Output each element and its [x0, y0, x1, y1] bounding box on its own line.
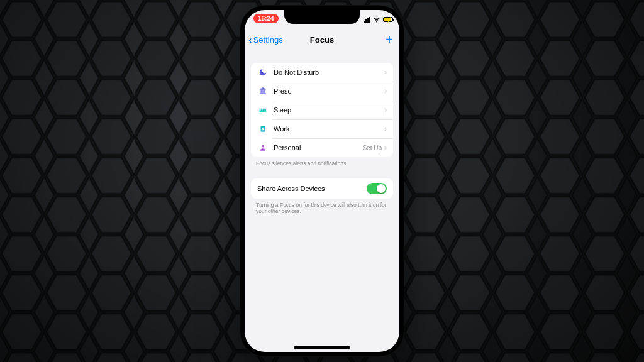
back-label: Settings	[253, 35, 283, 45]
focus-row-label: Do Not Disturb	[274, 69, 384, 76]
status-right-cluster: ⚡	[364, 14, 393, 25]
navigation-bar: ‹ Settings Focus +	[245, 29, 399, 50]
badge-icon	[257, 124, 269, 133]
svg-rect-9	[260, 110, 267, 112]
svg-rect-3	[260, 89, 265, 90]
share-footer-note: Turning a Focus on for this device will …	[256, 202, 388, 215]
share-group: Share Across Devices	[251, 178, 393, 199]
focus-row-detail: Set Up	[362, 145, 382, 151]
chevron-right-icon: ›	[384, 124, 387, 133]
cellular-signal-icon	[364, 17, 370, 23]
add-focus-button[interactable]: +	[386, 29, 393, 50]
svg-marker-8	[260, 87, 265, 89]
focus-modes-group: Do Not Disturb › Preso ›	[251, 63, 393, 157]
focus-row-personal[interactable]: Personal Set Up ›	[251, 138, 393, 157]
svg-rect-7	[260, 94, 267, 94]
page-title: Focus	[310, 35, 334, 45]
focus-row-work[interactable]: Work ›	[251, 119, 393, 138]
share-across-devices-toggle[interactable]	[367, 183, 387, 194]
content-scroll[interactable]: Do Not Disturb › Preso ›	[245, 50, 399, 352]
share-across-devices-row: Share Across Devices	[251, 178, 393, 199]
chevron-left-icon: ‹	[248, 35, 252, 45]
desktop-wallpaper: 16:24 ⚡ ‹ Settings Focus +	[0, 0, 644, 362]
bed-icon	[257, 106, 269, 114]
back-button[interactable]: ‹ Settings	[248, 29, 283, 50]
moon-icon	[257, 68, 269, 77]
status-time-recording-badge: 16:24	[253, 14, 279, 23]
focus-modes-footer-note: Focus silences alerts and notifications.	[256, 160, 388, 167]
chevron-right-icon: ›	[384, 106, 387, 114]
svg-rect-6	[264, 90, 265, 93]
plus-icon: +	[386, 33, 393, 47]
person-icon	[257, 143, 269, 152]
focus-row-label: Personal	[274, 144, 362, 151]
phone-screen: 16:24 ⚡ ‹ Settings Focus +	[245, 10, 399, 352]
chevron-right-icon: ›	[384, 87, 387, 96]
phone-frame: 16:24 ⚡ ‹ Settings Focus +	[240, 5, 404, 357]
focus-row-label: Work	[274, 125, 384, 133]
focus-row-preso[interactable]: Preso ›	[251, 82, 393, 101]
svg-rect-4	[261, 90, 262, 93]
wifi-icon	[372, 14, 381, 25]
focus-row-label: Sleep	[274, 106, 384, 114]
svg-point-11	[261, 109, 262, 110]
focus-row-sleep[interactable]: Sleep ›	[251, 101, 393, 119]
building-icon	[257, 87, 269, 96]
svg-point-13	[262, 128, 264, 129]
focus-row-label: Preso	[274, 87, 384, 95]
svg-point-15	[262, 145, 264, 148]
svg-rect-5	[262, 90, 263, 93]
chevron-right-icon: ›	[384, 143, 387, 152]
phone-notch	[284, 10, 360, 24]
svg-rect-14	[262, 129, 265, 130]
share-label: Share Across Devices	[257, 185, 367, 192]
focus-row-do-not-disturb[interactable]: Do Not Disturb ›	[251, 63, 393, 82]
home-indicator[interactable]	[294, 346, 350, 349]
chevron-right-icon: ›	[384, 68, 387, 77]
battery-icon: ⚡	[383, 17, 393, 22]
svg-rect-10	[260, 108, 260, 112]
